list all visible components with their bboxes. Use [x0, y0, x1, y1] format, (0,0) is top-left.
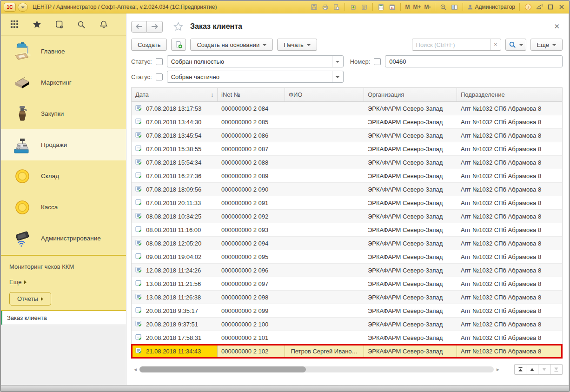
- cell-fio[interactable]: [285, 129, 364, 142]
- table-row[interactable]: 09.08.2018 19:04:02000000000 2 095ЭРКАФА…: [132, 250, 562, 264]
- scrollbar-thumb[interactable]: [139, 366, 306, 372]
- cell-org[interactable]: ЭРКАФАРМ Северо-Запад: [364, 169, 457, 182]
- dropdown-arrow-icon[interactable]: [332, 56, 343, 67]
- cell-org[interactable]: ЭРКАФАРМ Северо-Запад: [364, 223, 457, 236]
- cell-org[interactable]: ЭРКАФАРМ Северо-Запад: [364, 264, 457, 277]
- table-row[interactable]: 07.08.2018 20:11:33000000000 2 091ЭРКАФА…: [132, 196, 562, 210]
- save-icon[interactable]: [310, 3, 318, 11]
- cell-dep[interactable]: Апт №1032 СПб Абрамова 8: [457, 129, 562, 142]
- open-window-item[interactable]: Заказ клиента: [1, 311, 126, 325]
- table-row[interactable]: 07.08.2018 16:27:36000000000 2 089ЭРКАФА…: [132, 169, 562, 183]
- cell-fio[interactable]: [285, 223, 364, 236]
- go-next-button[interactable]: [538, 364, 550, 375]
- cell-date[interactable]: 07.08.2018 13:17:53: [132, 102, 218, 115]
- number-input[interactable]: [385, 55, 563, 67]
- table-row[interactable]: 07.08.2018 13:45:54000000000 2 086ЭРКАФА…: [132, 129, 562, 142]
- cell-dep[interactable]: Апт №1032 СПб Абрамова 8: [457, 169, 562, 182]
- cell-dep[interactable]: Апт №1032 СПб Абрамова 8: [457, 102, 562, 115]
- cell-org[interactable]: ЭРКАФАРМ Северо-Запад: [364, 196, 457, 209]
- form-close-icon[interactable]: ✕: [551, 22, 563, 31]
- cell-date[interactable]: 08.08.2018 12:05:20: [132, 237, 218, 250]
- copy-button[interactable]: [171, 39, 186, 51]
- dock-window-icon[interactable]: [535, 3, 543, 11]
- cell-dep[interactable]: Апт №1032 СПб Абрамова 8: [457, 277, 562, 290]
- table-row[interactable]: 20.08.2018 9:37:51000000000 2 100ЭРКАФАР…: [132, 318, 562, 331]
- cell-org[interactable]: ЭРКАФАРМ Северо-Запад: [364, 318, 457, 331]
- cell-dep[interactable]: Апт №1032 СПб Абрамова 8: [457, 210, 562, 223]
- scroll-right-icon[interactable]: ►: [494, 367, 502, 372]
- status1-dropdown[interactable]: Собран полностью: [167, 55, 344, 67]
- 1c-logo-icon[interactable]: 1С: [4, 3, 16, 12]
- table-row[interactable]: 13.08.2018 11:26:38000000000 2 098ЭРКАФА…: [132, 291, 562, 304]
- cell-fio[interactable]: [285, 304, 364, 317]
- cell-inet[interactable]: 000000000 2 084: [218, 102, 285, 115]
- cell-inet[interactable]: 000000000 2 090: [218, 183, 285, 196]
- column-header-fio[interactable]: ФИО: [285, 88, 364, 101]
- search-icon[interactable]: [76, 20, 86, 30]
- cell-dep[interactable]: Апт №1032 СПб Абрамова 8: [457, 156, 562, 169]
- memory-plus-button[interactable]: M+: [413, 4, 421, 10]
- status2-dropdown[interactable]: Собран частично: [167, 71, 344, 83]
- monitoring-link[interactable]: Мониторинг чеков ККМ: [9, 263, 126, 270]
- cell-org[interactable]: ЭРКАФАРМ Северо-Запад: [364, 345, 457, 358]
- horizontal-scrollbar[interactable]: [139, 366, 494, 372]
- cell-dep[interactable]: Апт №1032 СПб Абрамова 8: [457, 304, 562, 317]
- cell-date[interactable]: 07.08.2018 16:27:36: [132, 169, 218, 182]
- cell-date[interactable]: 20.08.2018 17:58:31: [132, 331, 218, 344]
- clear-search-icon[interactable]: ×: [490, 39, 501, 50]
- sidebar-item-kassa[interactable]: Касса: [1, 192, 126, 223]
- cell-fio[interactable]: [285, 210, 364, 223]
- cell-dep[interactable]: Апт №1032 СПб Абрамова 8: [457, 237, 562, 250]
- table-row[interactable]: 20.08.2018 17:58:31000000000 2 101ЭРКАФА…: [132, 331, 562, 345]
- sidebar-item-sklad[interactable]: Склад: [1, 160, 126, 192]
- cell-fio[interactable]: [285, 142, 364, 155]
- cell-inet[interactable]: 000000000 2 094: [218, 237, 285, 250]
- print-preview-icon[interactable]: [332, 3, 340, 11]
- cell-date[interactable]: 12.08.2018 11:24:26: [132, 264, 218, 277]
- cell-org[interactable]: ЭРКАФАРМ Северо-Запад: [364, 210, 457, 223]
- info-icon[interactable]: i: [524, 3, 532, 11]
- table-row[interactable]: 21.08.2018 11:34:43000000000 2 102Петров…: [132, 345, 562, 358]
- cell-inet[interactable]: 000000000 2 100: [218, 318, 285, 331]
- cell-fio[interactable]: [285, 318, 364, 331]
- cell-org[interactable]: ЭРКАФАРМ Северо-Запад: [364, 250, 457, 263]
- table-row[interactable]: 08.08.2018 10:34:25000000000 2 092ЭРКАФА…: [132, 210, 562, 223]
- table-row[interactable]: 07.08.2018 13:44:30000000000 2 085ЭРКАФА…: [132, 115, 562, 129]
- memory-button[interactable]: M: [405, 4, 410, 10]
- cell-org[interactable]: ЭРКАФАРМ Северо-Запад: [364, 331, 457, 344]
- cell-fio[interactable]: [285, 115, 364, 128]
- sidebar-item-glavnoe[interactable]: Главное: [1, 36, 126, 67]
- memory-minus-button[interactable]: M-: [424, 4, 431, 10]
- cell-org[interactable]: ЭРКАФАРМ Северо-Запад: [364, 142, 457, 155]
- cell-inet[interactable]: 000000000 2 088: [218, 156, 285, 169]
- cell-date[interactable]: 08.08.2018 10:34:25: [132, 210, 218, 223]
- file-import-icon[interactable]: [349, 3, 357, 11]
- cell-dep[interactable]: Апт №1032 СПб Абрамова 8: [457, 250, 562, 263]
- cell-inet[interactable]: 000000000 2 093: [218, 223, 285, 236]
- favorites-star-icon[interactable]: [32, 20, 42, 30]
- cell-date[interactable]: 07.08.2018 15:54:34: [132, 156, 218, 169]
- cell-inet[interactable]: 000000000 2 098: [218, 291, 285, 304]
- table-row[interactable]: 07.08.2018 18:09:56000000000 2 090ЭРКАФА…: [132, 183, 562, 196]
- history-icon[interactable]: [54, 20, 64, 30]
- cell-fio[interactable]: [285, 291, 364, 304]
- cell-dep[interactable]: Апт №1032 СПб Абрамова 8: [457, 331, 562, 344]
- cell-inet[interactable]: 000000000 2 099: [218, 304, 285, 317]
- sidebar-item-prodazhi[interactable]: Продажи: [1, 129, 126, 160]
- cell-org[interactable]: ЭРКАФАРМ Северо-Запад: [364, 237, 457, 250]
- cell-inet[interactable]: 000000000 2 101: [218, 331, 285, 344]
- cell-org[interactable]: ЭРКАФАРМ Северо-Запад: [364, 129, 457, 142]
- cell-date[interactable]: 13.08.2018 11:26:38: [132, 291, 218, 304]
- cell-date[interactable]: 07.08.2018 13:44:30: [132, 115, 218, 128]
- sidebar-item-administrirovanie[interactable]: Администрирование: [1, 223, 126, 254]
- cell-inet[interactable]: 000000000 2 087: [218, 142, 285, 155]
- go-prev-button[interactable]: [526, 364, 538, 375]
- cell-dep[interactable]: Апт №1032 СПб Абрамова 8: [457, 318, 562, 331]
- cell-dep[interactable]: Апт №1032 СПб Абрамова 8: [457, 345, 562, 358]
- column-header-date[interactable]: Дата↓: [132, 88, 218, 101]
- search-input[interactable]: [412, 39, 490, 50]
- sidebar-more-button[interactable]: Еще: [9, 279, 126, 286]
- cell-org[interactable]: ЭРКАФАРМ Северо-Запад: [364, 183, 457, 196]
- number-checkbox[interactable]: [374, 58, 381, 65]
- cell-dep[interactable]: Апт №1032 СПб Абрамова 8: [457, 183, 562, 196]
